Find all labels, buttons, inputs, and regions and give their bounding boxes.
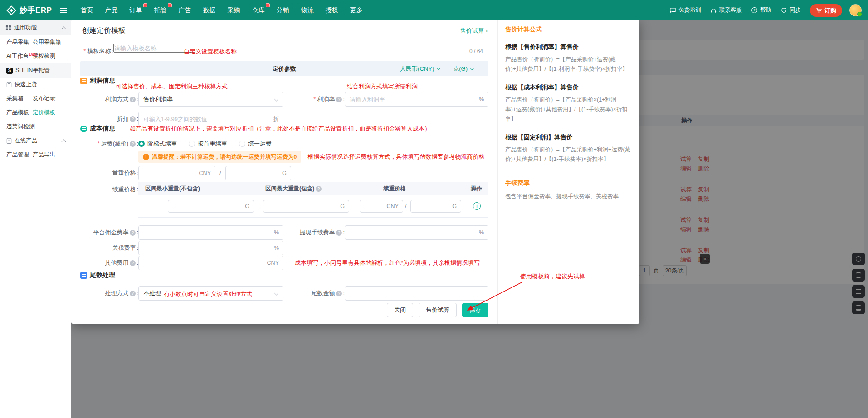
min-weight-control: G — [168, 200, 254, 213]
nav-more[interactable]: 更多 — [344, 0, 368, 20]
profit-rate-input[interactable] — [345, 92, 488, 107]
template-name-control: 0 / 64 自定义设置模板名称 — [113, 44, 488, 58]
contact-service-link[interactable]: 联系客服 — [710, 6, 742, 14]
other-fee-input[interactable] — [138, 256, 283, 270]
save-button[interactable]: 保存 — [462, 303, 488, 317]
template-name-label: 模板名称 — [80, 44, 113, 58]
nav-logistics[interactable]: 物流 — [295, 0, 319, 20]
sidebar-item-publish-record[interactable]: 发布记录 — [33, 95, 71, 102]
top-navbar: 妙手ERP 首页 产品 订单 托管 广告 数据 采购 仓库 分销 物流 授权 更… — [0, 0, 868, 20]
sidebar-item-quick-listing[interactable]: 快速上货 — [0, 78, 71, 92]
chevron-down-icon — [436, 66, 441, 70]
tail-section-header: 尾数处理 — [80, 271, 115, 279]
promo-badge-icon — [266, 3, 270, 7]
quick-listing-label: 快速上货 — [15, 81, 37, 88]
sidebar-item-collect-box[interactable]: 采集箱 — [0, 95, 33, 102]
renewal-fee-input[interactable] — [360, 200, 403, 213]
tail-amount-text: 尾数金额 — [311, 290, 335, 296]
nav-orders[interactable]: 订单 — [123, 0, 148, 20]
formula-panel: 售价计算公式 根据【售价利润率】算售价 产品售价（折前价）=【产品采购价+运费(… — [497, 19, 639, 324]
add-row-icon[interactable] — [473, 202, 481, 210]
sync-label: 同步 — [790, 6, 801, 14]
weight-unit-select[interactable]: 克(G) — [453, 61, 473, 76]
slash-separator: / — [405, 200, 407, 213]
nav-hosting[interactable]: 托管 — [148, 0, 172, 20]
renewal-weight-control: G — [410, 200, 461, 213]
renewal-table-header: 区间最小重量(不包含) 区间最大重量(包含) 续重价格 操作 — [138, 182, 488, 195]
chat-icon — [669, 7, 676, 14]
commission-input[interactable] — [138, 225, 283, 240]
renewal-weight-input[interactable] — [410, 200, 461, 213]
grid-icon — [5, 25, 11, 31]
subscribe-button[interactable]: 订购 — [810, 4, 842, 17]
help-icon[interactable] — [336, 97, 342, 102]
max-weight-input[interactable] — [263, 200, 349, 213]
help-link[interactable]: ? 帮助 — [751, 6, 771, 14]
free-training-link[interactable]: 免费培训 — [669, 6, 701, 14]
nav-data[interactable]: 数据 — [197, 0, 221, 20]
first-weight-input[interactable] — [225, 166, 291, 180]
sidebar-item-pricing-template[interactable]: 定价模板 — [33, 109, 71, 117]
help-icon[interactable] — [130, 141, 136, 147]
tail-amount-input[interactable] — [345, 286, 488, 301]
sidebar-item-banned-words[interactable]: 违禁词检测 — [0, 120, 71, 134]
template-name-input[interactable] — [113, 44, 195, 53]
create-pricing-template-dialog: 创建定价模板 售价试算 模板名称 0 / 64 自定义设置模板名称 定价参数 人… — [71, 19, 639, 324]
price-trial-link[interactable]: 售价试算 — [460, 27, 488, 35]
help-icon[interactable] — [130, 291, 136, 296]
sidebar-item-infringement[interactable]: 侵权检测 — [33, 53, 71, 60]
sidebar-item-product-export[interactable]: 产品导出 — [33, 151, 71, 159]
discount-label: 折扣 — [80, 112, 138, 126]
tail-method-select[interactable]: 不处理 有小数点时可自定义设置处理方式 — [138, 286, 283, 301]
tail-method-text: 处理方式 — [105, 290, 128, 296]
renewal-price-table: 区间最小重量(不包含) 区间最大重量(包含) 续重价格 操作 G G — [138, 182, 488, 218]
help-icon[interactable] — [130, 97, 136, 102]
formula-body: 产品售价（折前价）=【产品采购价+利润+运费(藏价)+其他费用】/【(1-手续费… — [505, 145, 632, 164]
pricing-params-bar: 定价参数 人民币(CNY) 克(G) — [80, 61, 488, 76]
withdraw-fee-input[interactable] — [345, 225, 488, 240]
currency-select[interactable]: 人民币(CNY) — [400, 61, 439, 76]
help-icon[interactable] — [130, 230, 136, 236]
nav-purchase[interactable]: 采购 — [221, 0, 246, 20]
help-icon[interactable] — [336, 291, 342, 296]
help-icon[interactable] — [316, 186, 322, 192]
nav-product[interactable]: 产品 — [99, 0, 123, 20]
sidebar-item-product-template[interactable]: 产品模板 — [0, 109, 33, 117]
nav-orders-label: 订单 — [129, 6, 142, 14]
nav-distribution[interactable]: 分销 — [270, 0, 295, 20]
close-button[interactable]: 关闭 — [387, 303, 413, 317]
nav-ads[interactable]: 广告 — [172, 0, 197, 20]
tariff-input[interactable] — [138, 241, 283, 255]
price-trial-button[interactable]: 售价试算 — [419, 303, 457, 317]
help-icon[interactable] — [336, 230, 342, 236]
help-icon[interactable] — [130, 116, 136, 122]
sync-link[interactable]: 同步 — [780, 6, 801, 14]
avatar[interactable] — [849, 4, 862, 16]
first-weight-price-input[interactable] — [138, 166, 215, 180]
discount-input[interactable] — [138, 112, 283, 126]
template-name-row: 模板名称 0 / 64 自定义设置模板名称 — [80, 44, 488, 58]
profit-method-value: 售价利润率 — [139, 92, 283, 106]
radio-tiered-weight[interactable]: 阶梯式续重 — [138, 140, 177, 148]
nav-home[interactable]: 首页 — [74, 0, 99, 20]
nav-authorization[interactable]: 授权 — [319, 0, 344, 20]
profit-method-select[interactable]: 售价利润率 — [138, 92, 283, 107]
brand[interactable]: 妙手ERP — [6, 5, 52, 15]
radio-first-weight[interactable]: 按首重续重 — [189, 140, 227, 148]
sidebar-section-general[interactable]: 通用功能 — [0, 20, 71, 35]
sidebar-item-ai-workbench[interactable]: AI工作台Beta — [0, 52, 33, 60]
sidebar-item-public-box[interactable]: 公用采集箱 — [33, 39, 71, 46]
currency-value: 人民币(CNY) — [400, 61, 434, 76]
radio-unified-freight[interactable]: 统一运费 — [239, 140, 272, 148]
sidebar-item-shein[interactable]: S SHEIN半托管 — [0, 63, 71, 78]
help-icon[interactable] — [130, 260, 136, 266]
sidebar-item-product-collect[interactable]: 产品采集 — [0, 39, 33, 46]
headset-icon — [710, 7, 717, 14]
question-circle-icon: ? — [751, 7, 758, 14]
min-weight-input[interactable] — [168, 200, 254, 213]
nav-warehouse[interactable]: 仓库 — [246, 0, 270, 20]
sidebar-item-online-product[interactable]: 在线产品 — [0, 134, 71, 148]
navbar-right: 免费培训 联系客服 ? 帮助 同步 订购 — [660, 4, 862, 17]
sidebar-item-product-manage[interactable]: 产品管理 — [0, 151, 33, 159]
menu-icon[interactable] — [60, 8, 67, 13]
